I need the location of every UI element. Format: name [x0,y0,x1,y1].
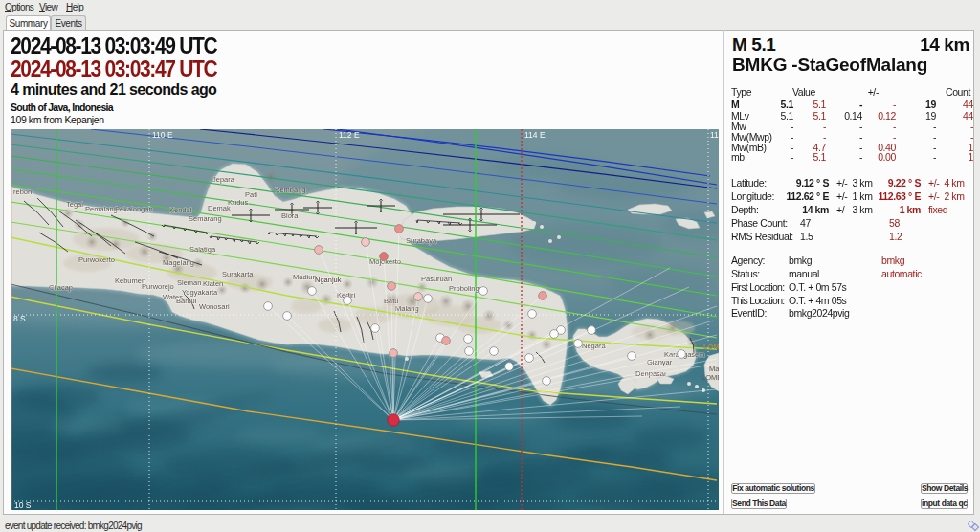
svg-text:Jepara: Jepara [212,175,235,184]
svg-text:Semarang: Semarang [189,214,222,223]
svg-text:Tegal: Tegal [66,200,83,209]
svg-text:Bantul: Bantul [176,297,197,305]
svg-text:Magelang: Magelang [163,258,194,267]
svg-text:Purwokerto: Purwokerto [78,255,115,264]
svg-text:Nganjuk: Nganjuk [315,276,342,284]
svg-text:Rembang: Rembang [275,186,306,194]
svg-text:Yogyakarta: Yogyakarta [182,288,218,297]
svg-text:Madiun: Madiun [293,273,317,281]
svg-text:8 S: 8 S [13,314,26,323]
svg-text:Negara: Negara [582,342,606,350]
svg-text:Cilacap: Cilacap [49,283,73,292]
svg-text:Wonosari: Wonosari [199,302,230,311]
svg-text:Pemalang: Pemalang [85,205,118,213]
svg-text:LOMB: LOMB [703,343,719,351]
svg-text:Kudus: Kudus [228,198,249,207]
svg-text:10 S: 10 S [14,500,32,510]
svg-text:Pekalongan: Pekalongan [115,205,153,213]
svg-text:Kendal: Kendal [169,206,192,214]
svg-text:110 E: 110 E [152,130,173,140]
svg-text:Mata: Mata [709,365,719,373]
svg-text:114 E: 114 E [524,130,546,140]
svg-text:112 E: 112 E [339,130,360,140]
svg-text:Blora: Blora [281,211,299,220]
svg-text:Salatiga: Salatiga [189,245,216,254]
svg-text:Pati: Pati [245,190,257,199]
svg-text:Demak: Demak [208,204,231,212]
svg-text:Pasuruan: Pasuruan [421,275,452,283]
svg-text:rebon: rebon [13,188,32,196]
svg-text:LOMBO: LOMBO [702,373,719,382]
svg-text:Purworejo: Purworejo [142,282,174,291]
svg-text:Surabaya: Surabaya [406,236,437,245]
svg-text:Surakarta: Surakarta [222,270,254,278]
svg-text:Sleman: Sleman [177,278,201,287]
svg-text:Klaten: Klaten [203,279,223,288]
